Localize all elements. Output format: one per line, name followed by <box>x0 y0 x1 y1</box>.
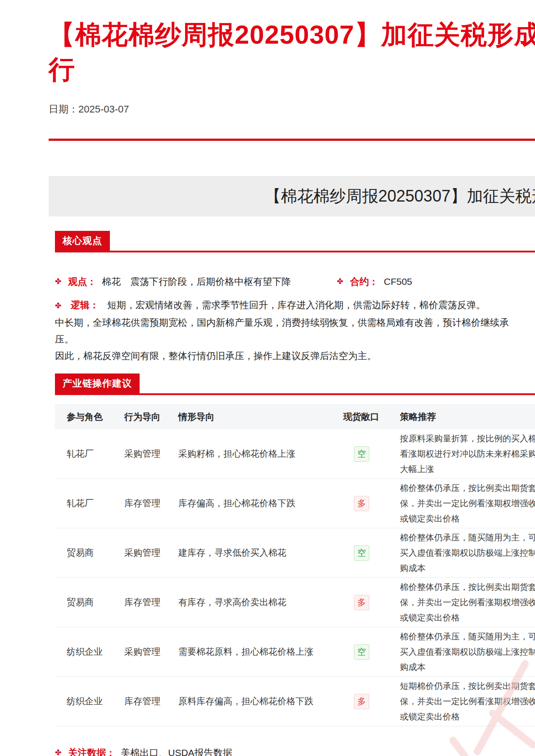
cell-behavior: 采购管理 <box>124 448 178 460</box>
page-title-line1: 【棉花棉纱周报20250307】加征关税形成拖 <box>49 17 535 52</box>
clover-bullet-icon: ✤ <box>55 746 61 756</box>
col-header-exposure: 现货敞口 <box>343 411 400 423</box>
logic-line2: 中长期，全球棉花供需预期宽松，国内新棉产量乐观，消费持续弱恢复，供需格局难有改善… <box>55 317 509 344</box>
table-row: 纺织企业 库存管理 原料库存偏高，担心棉花价格下跌 多 短期棉价仍承压，按比例卖… <box>55 677 535 726</box>
cell-behavior: 采购管理 <box>124 547 178 559</box>
table-row: 贸易商 库存管理 有库存，寻求高价卖出棉花 多 棉价整体仍承压，按比例卖出期货套… <box>55 578 535 627</box>
section-rule-core <box>55 251 535 252</box>
col-header-strategy: 策略推荐 <box>400 411 535 423</box>
clover-bullet-icon: ✤ <box>55 275 61 288</box>
cell-strategy: 棉价整体仍承压，按比例卖出期货套 保，并卖出一定比例看涨期权增强收益 或锁定卖出… <box>400 580 535 626</box>
clover-bullet-icon: ✤ <box>55 302 61 310</box>
cell-situation: 采购籽棉，担心棉花价格上涨 <box>178 448 343 460</box>
table-row: 纺织企业 采购管理 需要棉花原料，担心棉花价格上涨 空 棉价整体仍承压，随买随用… <box>55 627 535 677</box>
cell-situation: 有库存，寻求高价卖出棉花 <box>178 596 343 608</box>
cell-strategy: 短期棉价仍承压，按比例卖出期货套 保，并卖出一定比例看涨期权增强收益 或锁定卖出… <box>400 679 535 724</box>
col-header-behavior: 行为导向 <box>124 411 178 423</box>
section-chain-advice: 产业链操作建议 参与角色 行为导向 情形导向 现货敞口 策略推荐 轧花厂 采购管… <box>55 374 535 756</box>
cell-behavior: 库存管理 <box>124 695 178 707</box>
exposure-badge: 多 <box>354 694 369 709</box>
table-row: 贸易商 采购管理 建库存，寻求低价买入棉花 空 棉价整体仍承压，随买随用为主，可… <box>55 528 535 578</box>
cell-role: 贸易商 <box>67 596 124 608</box>
focus-data-label: 关注数据： <box>68 746 115 756</box>
cell-role: 纺织企业 <box>67 695 124 707</box>
cell-behavior: 库存管理 <box>124 497 178 509</box>
focus-data-row: ✤ 关注数据： 美棉出口、USDA报告数据 <box>55 746 535 756</box>
cell-role: 轧花厂 <box>67 448 124 460</box>
logic-line3: 因此，棉花反弹空间有限，整体行情仍旧承压，操作上建议反弹后沽空为主。 <box>55 351 376 361</box>
cell-strategy: 棉价整体仍承压，随买随用为主，可以 买入虚值看涨期权以防极端上涨控制采 购成本 <box>400 530 535 576</box>
banner-title: 【棉花棉纱周报20250307】加征关税形成拖 <box>49 176 535 216</box>
col-header-situation: 情形导向 <box>178 411 343 423</box>
viewpoint-item: ✤ 观点： 棉花 震荡下行阶段，后期价格中枢有望下降 <box>55 275 535 288</box>
exposure-badge: 空 <box>354 545 369 561</box>
section-badge-core: 核心观点 <box>55 231 110 251</box>
cell-behavior: 库存管理 <box>124 596 178 608</box>
report-date: 日期：2025-03-07 <box>49 103 535 116</box>
section-badge-chain: 产业链操作建议 <box>55 374 140 393</box>
logic-line1: 短期，宏观情绪改善，需求季节性回升，库存进入消化期，供需边际好转，棉价震荡反弹。 <box>107 300 485 310</box>
section-core-viewpoint: 核心观点 ✤ 观点： 棉花 震荡下行阶段，后期价格中枢有望下降 ✤ 合约： CF… <box>55 231 535 364</box>
page-title: 【棉花棉纱周报20250307】加征关税形成拖 行 <box>49 17 535 86</box>
section-rule-chain <box>55 393 535 395</box>
cell-role: 轧花厂 <box>67 497 124 509</box>
clover-bullet-icon: ✤ <box>337 275 343 288</box>
cell-situation: 库存偏高，担心棉花价格下跌 <box>178 497 343 509</box>
contract-item: ✤ 合约： CF505 <box>337 275 412 288</box>
focus-data-text: 美棉出口、USDA报告数据 <box>121 746 232 756</box>
logic-paragraph: ✤ 逻辑： 短期，宏观情绪改善，需求季节性回升，库存进入消化期，供需边际好转，棉… <box>55 297 523 364</box>
cell-situation: 需要棉花原料，担心棉花价格上涨 <box>178 646 343 658</box>
cell-role: 贸易商 <box>67 547 124 559</box>
cell-strategy: 棉价整体仍承压，随买随用为主，可以 买入虚值看涨期权以防极端上涨控制采 购成本 <box>400 629 535 675</box>
red-divider <box>49 139 535 141</box>
viewpoint-label: 观点： <box>68 275 96 288</box>
exposure-badge: 多 <box>354 595 369 610</box>
contract-value: CF505 <box>384 275 412 288</box>
viewpoint-text: 棉花 震荡下行阶段，后期价格中枢有望下降 <box>102 275 291 288</box>
cell-situation: 建库存，寻求低价买入棉花 <box>178 547 343 559</box>
cell-situation: 原料库存偏高，担心棉花价格下跌 <box>178 695 343 707</box>
viewpoint-row: ✤ 观点： 棉花 震荡下行阶段，后期价格中枢有望下降 ✤ 合约： CF505 <box>55 275 535 288</box>
cell-strategy: 按原料采购量折算，按比例的买入棉花看 看涨期权进行对冲以防未来籽棉采购价格 大幅… <box>400 431 535 477</box>
logic-label: 逻辑： <box>71 300 99 310</box>
report-banner: 【棉花棉纱周报20250307】加征关税形成拖 <box>49 176 535 216</box>
cell-strategy: 棉价整体仍承压，按比例卖出期货套 保，并卖出一定比例看涨期权增强收益 或锁定卖出… <box>400 481 535 526</box>
contract-label: 合约： <box>350 275 378 288</box>
cell-behavior: 采购管理 <box>124 646 178 658</box>
page-title-line2: 行 <box>49 52 535 86</box>
cell-role: 纺织企业 <box>67 646 124 658</box>
exposure-badge: 空 <box>354 644 369 660</box>
table-row: 轧花厂 采购管理 采购籽棉，担心棉花价格上涨 空 按原料采购量折算，按比例的买入… <box>55 429 535 479</box>
operation-table: 参与角色 行为导向 情形导向 现货敞口 策略推荐 轧花厂 采购管理 采购籽棉，担… <box>55 404 535 726</box>
exposure-badge: 多 <box>354 496 369 511</box>
report-page: 【棉花棉纱周报20250307】加征关税形成拖 行 日期：2025-03-07 … <box>0 0 535 756</box>
table-row: 轧花厂 库存管理 库存偏高，担心棉花价格下跌 多 棉价整体仍承压，按比例卖出期货… <box>55 479 535 528</box>
table-header-row: 参与角色 行为导向 情形导向 现货敞口 策略推荐 <box>55 404 535 429</box>
col-header-role: 参与角色 <box>67 411 124 423</box>
exposure-badge: 空 <box>354 446 369 462</box>
